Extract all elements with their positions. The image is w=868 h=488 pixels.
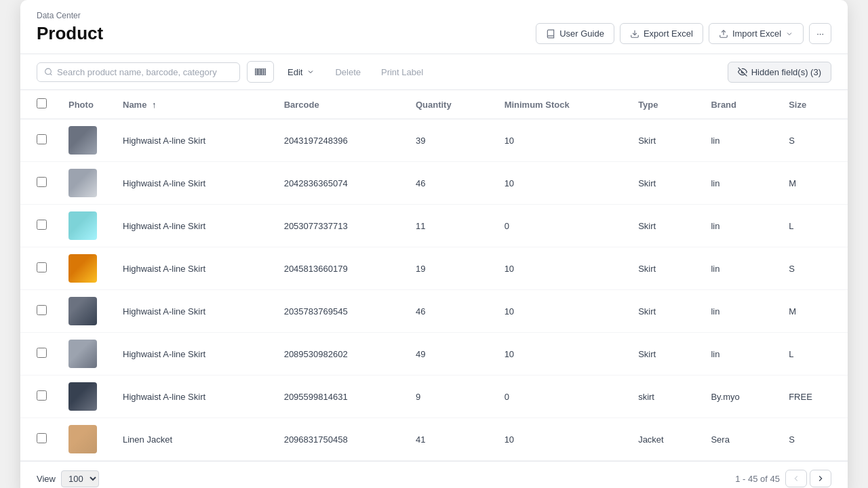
row-quantity-cell: 41 (405, 418, 494, 461)
next-page-button[interactable] (810, 470, 831, 487)
header-actions: User Guide Export Excel Import Excel ··· (536, 23, 831, 44)
barcode-icon (254, 66, 267, 78)
svg-rect-8 (262, 69, 264, 75)
row-size-cell: M (778, 162, 848, 205)
row-min-stock-cell: 0 (494, 375, 628, 418)
row-quantity-cell: 19 (405, 247, 494, 290)
row-name-cell: Highwaist A-line Skirt (112, 333, 273, 375)
upload-icon (719, 29, 728, 39)
row-size-cell: M (778, 290, 848, 333)
row-brand-cell: lin (700, 162, 778, 205)
row-checkbox-cell (20, 247, 58, 290)
row-brand-cell: lin (700, 333, 778, 375)
hidden-fields-button[interactable]: Hidden field(s) (3) (728, 62, 831, 83)
row-photo-cell (58, 205, 112, 247)
row-name-cell: Highwaist A-line Skirt (112, 119, 273, 162)
row-checkbox-cell (20, 290, 58, 333)
page-navigation (785, 470, 831, 487)
row-checkbox[interactable] (37, 348, 47, 358)
product-thumbnail (68, 126, 97, 155)
row-type-cell: Skirt (627, 119, 700, 162)
row-size-cell: S (778, 119, 848, 162)
pagination: 1 - 45 of 45 (735, 470, 831, 487)
row-checkbox[interactable] (37, 134, 47, 144)
chevron-down-icon (785, 30, 793, 38)
view-label: View (37, 474, 56, 484)
delete-button[interactable]: Delete (328, 62, 368, 82)
product-thumbnail (68, 169, 97, 197)
table-row: Highwaist A-line Skirt 2035783769545 46 … (20, 290, 848, 333)
row-barcode-cell: 2035783769545 (273, 290, 405, 333)
min-stock-column-header: Minimum Stock (494, 90, 628, 119)
brand-column-header: Brand (700, 90, 778, 119)
barcode-scan-button[interactable] (247, 61, 274, 83)
row-brand-cell: Sera (700, 418, 778, 461)
row-checkbox[interactable] (37, 433, 47, 443)
row-quantity-cell: 11 (405, 205, 494, 247)
edit-button[interactable]: Edit (281, 62, 321, 82)
table-row: Linen Jacket 2096831750458 41 10 Jacket … (20, 418, 848, 461)
download-icon (630, 29, 639, 39)
barcode-column-header: Barcode (273, 90, 405, 119)
row-brand-cell: lin (700, 247, 778, 290)
size-column-header: Size (778, 90, 848, 119)
row-name-cell: Linen Jacket (112, 418, 273, 461)
row-checkbox-cell (20, 333, 58, 375)
row-photo-cell (58, 247, 112, 290)
pagination-text: 1 - 45 of 45 (735, 474, 780, 484)
row-barcode-cell: 2053077337713 (273, 205, 405, 247)
more-options-button[interactable]: ··· (809, 23, 831, 44)
row-barcode-cell: 2095599814631 (273, 375, 405, 418)
table-body: Highwaist A-line Skirt 2043197248396 39 … (20, 119, 848, 461)
table-row: Highwaist A-line Skirt 2053077337713 11 … (20, 205, 848, 247)
row-checkbox[interactable] (37, 262, 47, 272)
row-type-cell: Skirt (627, 162, 700, 205)
product-thumbnail (68, 254, 97, 283)
svg-rect-7 (261, 69, 262, 75)
row-brand-cell: lin (700, 119, 778, 162)
row-min-stock-cell: 10 (494, 290, 628, 333)
select-all-checkbox[interactable] (37, 98, 47, 108)
breadcrumb: Data Center (37, 11, 831, 20)
main-window: Data Center Product User Guide Export Ex… (20, 0, 848, 488)
row-checkbox-cell (20, 375, 58, 418)
row-checkbox[interactable] (37, 177, 47, 187)
row-min-stock-cell: 10 (494, 119, 628, 162)
row-photo-cell (58, 119, 112, 162)
row-photo-cell (58, 162, 112, 205)
user-guide-button[interactable]: User Guide (536, 23, 614, 44)
row-name-cell: Highwaist A-line Skirt (112, 205, 273, 247)
row-type-cell: Jacket (627, 418, 700, 461)
table-footer: View 100 50 25 1 - 45 of 45 (20, 461, 848, 488)
row-photo-cell (58, 333, 112, 375)
quantity-column-header: Quantity (405, 90, 494, 119)
row-checkbox-cell (20, 418, 58, 461)
row-min-stock-cell: 0 (494, 205, 628, 247)
table-row: Highwaist A-line Skirt 2043197248396 39 … (20, 119, 848, 162)
svg-rect-6 (259, 69, 260, 75)
view-per-page-select[interactable]: 100 50 25 (61, 470, 99, 487)
table-row: Highwaist A-line Skirt 2045813660179 19 … (20, 247, 848, 290)
row-checkbox-cell (20, 162, 58, 205)
row-checkbox[interactable] (37, 390, 47, 401)
prev-page-button[interactable] (785, 470, 807, 487)
name-column-header[interactable]: Name ↑ (112, 90, 273, 119)
row-size-cell: FREE (778, 375, 848, 418)
row-checkbox-cell (20, 119, 58, 162)
eye-off-icon (738, 67, 747, 77)
search-input[interactable] (57, 67, 233, 77)
row-photo-cell (58, 290, 112, 333)
chevron-right-icon (816, 474, 825, 483)
row-checkbox[interactable] (37, 305, 47, 315)
product-table: Photo Name ↑ Barcode Quantity Minimum St… (20, 90, 848, 461)
row-size-cell: S (778, 247, 848, 290)
row-checkbox[interactable] (37, 220, 47, 230)
product-thumbnail (68, 297, 97, 325)
export-excel-button[interactable]: Export Excel (620, 23, 703, 44)
sort-asc-icon: ↑ (152, 100, 157, 110)
row-type-cell: Skirt (627, 205, 700, 247)
print-label-button[interactable]: Print Label (374, 62, 430, 82)
row-name-cell: Highwaist A-line Skirt (112, 375, 273, 418)
row-min-stock-cell: 10 (494, 247, 628, 290)
import-excel-button[interactable]: Import Excel (709, 23, 804, 44)
